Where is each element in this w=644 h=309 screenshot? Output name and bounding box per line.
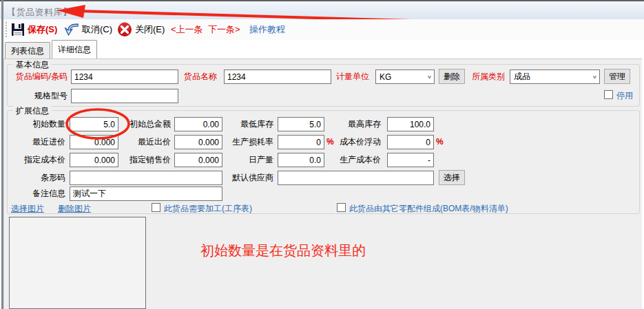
supplier-label: 默认供应商 (227, 173, 273, 183)
set-price-input[interactable] (174, 153, 222, 167)
extended-info-legend: 扩展信息 (13, 105, 52, 117)
process-checkbox[interactable] (152, 203, 160, 212)
max-stock-input[interactable] (387, 117, 434, 131)
min-stock-label: 最低库存 (232, 119, 273, 129)
item-name-label: 货品名称 (183, 72, 217, 82)
init-qty-input[interactable] (70, 117, 118, 131)
delete-unit-button[interactable]: 删除 (439, 69, 465, 84)
recent-sell-input[interactable] (174, 135, 222, 149)
unit-value: KG (380, 72, 391, 82)
recent-buy-label: 最近进价 (17, 137, 65, 147)
cost-float-input[interactable] (387, 135, 434, 149)
disable-checkbox-label: 停用 (616, 91, 636, 101)
loss-rate-label: 生产损耗率 (227, 137, 273, 147)
tab-detail-info[interactable]: 详细信息 (52, 40, 97, 58)
recent-sell-label: 最近出价 (123, 137, 171, 147)
loss-rate-input[interactable] (278, 135, 324, 149)
spec-input[interactable] (71, 89, 178, 103)
init-amount-input[interactable] (174, 117, 222, 131)
tutorial-link[interactable]: 操作教程 (249, 19, 285, 40)
tab-strip: 列表信息 详细信息 (3, 40, 644, 58)
barcode-label: 条形码 (31, 173, 65, 183)
unit-label: 计量单位 (335, 72, 369, 82)
save-label: 保存(S) (28, 23, 57, 36)
cost-float-percent: % (436, 137, 444, 147)
toolbar: 保存(S) 取消(C) 关闭(E) <上一条 下一条> 操作教程 (3, 19, 644, 40)
prod-cost-input[interactable] (387, 153, 434, 167)
save-floppy-icon (11, 23, 25, 36)
title-bar: 【货品资料库】 (0, 0, 644, 19)
prev-record-link[interactable]: <上一条 (171, 19, 203, 40)
recent-buy-input[interactable] (70, 135, 118, 149)
set-cost-label: 指定成本价 (14, 155, 65, 165)
item-image-placeholder (9, 217, 146, 309)
init-qty-label: 初始数量 (17, 119, 65, 129)
spec-label: 规格型号 (33, 91, 67, 101)
remark-label: 备注信息 (31, 189, 65, 199)
bom-checkbox[interactable] (337, 203, 346, 212)
close-x-icon (117, 22, 132, 37)
close-button[interactable]: 关闭(E) (117, 19, 165, 40)
daily-output-input[interactable] (278, 153, 324, 167)
category-value: 成品 (514, 71, 530, 83)
daily-output-label: 日产量 (239, 155, 273, 165)
supplier-input[interactable] (278, 171, 434, 185)
basic-info-legend: 基本信息 (13, 59, 52, 71)
set-price-label: 指定销售价 (123, 155, 171, 165)
unit-select[interactable]: KG ∨ (375, 70, 435, 84)
cancel-label: 取消(C) (82, 23, 112, 36)
goods-data-window: 【货品资料库】 保存(S) 取消(C) (0, 0, 644, 309)
select-image-link[interactable]: 选择图片 (11, 203, 44, 215)
select-supplier-button[interactable]: 选择 (439, 170, 465, 185)
next-record-link[interactable]: 下一条> (208, 19, 240, 40)
item-code-input[interactable] (71, 70, 178, 84)
cost-float-label: 成本价浮动 (337, 137, 381, 147)
process-checkbox-label: 此货品需要加工(工序表) (164, 204, 281, 214)
cancel-button[interactable]: 取消(C) (63, 19, 112, 40)
item-name-input[interactable] (224, 70, 331, 84)
close-label: 关闭(E) (135, 23, 165, 36)
category-select[interactable]: 成品 ∨ (510, 70, 600, 84)
min-stock-input[interactable] (278, 117, 324, 131)
annotation-note: 初始数量是在货品资料里的 (200, 242, 366, 260)
cancel-undo-icon (63, 22, 79, 37)
init-amount-label: 初始总金额 (123, 119, 171, 129)
tab-list-info[interactable]: 列表信息 (5, 42, 50, 58)
page-title: 【货品资料库】 (7, 6, 72, 19)
save-button[interactable]: 保存(S) (11, 19, 57, 40)
loss-rate-percent: % (326, 137, 334, 147)
prod-cost-label: 生产成本价 (333, 155, 381, 165)
remark-input[interactable] (70, 187, 222, 201)
category-label: 所属类别 (470, 72, 505, 82)
max-stock-label: 最高库存 (340, 119, 381, 129)
chevron-down-icon: ∨ (427, 74, 432, 80)
manage-category-button[interactable]: 管理 (604, 69, 630, 84)
set-cost-input[interactable] (70, 153, 118, 167)
barcode-input[interactable] (70, 171, 222, 185)
disable-checkbox[interactable] (604, 90, 613, 99)
delete-image-link[interactable]: 删除图片 (58, 203, 91, 215)
toolbar-grip[interactable] (6, 22, 7, 37)
bom-checkbox-label: 此货品由其它零配件组成(BOM表/物料清单) (349, 204, 521, 214)
chevron-down-icon: ∨ (592, 74, 597, 80)
item-code-label: 货品编码/条码 (6, 72, 67, 82)
